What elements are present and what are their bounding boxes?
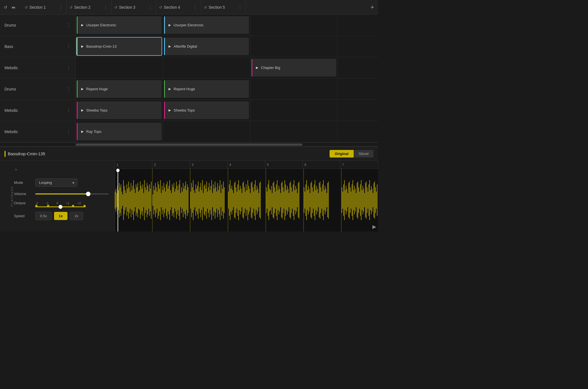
octave-dot-0 xyxy=(35,205,38,207)
clip-accent-track-5-s1 xyxy=(164,101,165,119)
view-toggle: Original Sliced xyxy=(330,150,374,158)
section-menu-s1[interactable]: ⋮ xyxy=(58,5,64,10)
scrollbar-thumb[interactable] xyxy=(76,143,302,146)
clip-block-track-1-s1[interactable]: ▶ Usurper Electronic xyxy=(164,16,249,34)
clip-block-track-4-s0[interactable]: ▶ Repent Huge xyxy=(77,80,162,98)
loop-button[interactable]: ↺ xyxy=(2,4,9,11)
clip-play-icon-track-6-s0: ▶ xyxy=(81,130,83,133)
bottom-title-text: Bassdrop-Cmin-135 xyxy=(8,151,45,156)
track-row-track-2: Bass ⋮ ▶ Bassdrop-Cmin-13 ▶ Afterlife Di… xyxy=(0,36,378,57)
track-label-track-5: Melodic ⋮ xyxy=(0,100,76,121)
track-menu-track-3[interactable]: ⋮ xyxy=(66,65,71,70)
clip-play-icon-track-2-s0: ▶ xyxy=(81,45,83,48)
volume-slider-track[interactable] xyxy=(35,193,109,194)
clip-play-icon-track-5-s1: ▶ xyxy=(169,108,171,112)
speed-row: Speed 0.5x 1x 2x xyxy=(14,212,109,220)
section-tab-s5[interactable]: ↺ Section 5 ⋮ xyxy=(201,0,246,15)
section-menu-s5[interactable]: ⋮ xyxy=(237,5,243,10)
clip-name-track-3-s2: Chapter Big xyxy=(261,66,280,70)
track-cells-track-1: ▶ Usurper Electronic ▶ Usurper Electroni… xyxy=(76,15,378,36)
track-label-track-2: Bass ⋮ xyxy=(0,36,76,57)
clip-accent-track-4-s1 xyxy=(164,80,165,98)
track-rows: Drums ⋮ ▶ Usurper Electronic ▶ Usurper E… xyxy=(0,15,378,142)
octave-val-plus1: +1 xyxy=(66,202,70,205)
speed-0.5x-button[interactable]: 0.5x xyxy=(35,212,52,220)
waveform-handle[interactable]: ▶ xyxy=(372,224,376,230)
collapse-button[interactable]: › xyxy=(14,165,18,173)
track-cell-track-3-s0 xyxy=(76,57,163,78)
octave-dot-4 xyxy=(83,205,86,207)
section-tab-s2[interactable]: ↺ Section 2 ⋮ xyxy=(67,0,111,15)
clip-block-track-2-s1[interactable]: ▶ Afterlife Digital xyxy=(164,38,249,55)
track-menu-track-4[interactable]: ⋮ xyxy=(66,86,71,92)
section-tab-s4[interactable]: ↺ Section 4 ⋮ xyxy=(156,0,201,15)
track-cells-track-5: ▶ Sheeba Tops ▶ Sheeba Tops xyxy=(76,100,378,121)
track-label-track-6: Melodic ⋮ xyxy=(0,121,76,142)
ruler-mark-2: 2 xyxy=(152,161,190,168)
clip-block-track-1-s0[interactable]: ▶ Usurper Electronic xyxy=(77,16,162,34)
track-name-track-2: Bass xyxy=(4,44,66,49)
track-cell-track-5-s0: ▶ Sheeba Tops xyxy=(76,100,163,121)
section-menu-s4[interactable]: ⋮ xyxy=(192,5,198,10)
section-menu-s3[interactable]: ⋮ xyxy=(148,5,153,10)
clip-block-track-6-s0[interactable]: ▶ Ray Tops xyxy=(77,123,162,140)
section-tab-s1[interactable]: ↺ Section 1 ⋮ xyxy=(22,0,67,15)
track-cells-track-2: ▶ Bassdrop-Cmin-13 ▶ Afterlife Digital xyxy=(76,36,378,57)
add-section-button[interactable]: + xyxy=(367,0,378,15)
track-cell-track-6-s1 xyxy=(163,121,250,142)
header-controls: ↺ ⏭ xyxy=(2,4,20,11)
track-menu-track-2[interactable]: ⋮ xyxy=(66,44,71,49)
track-menu-track-6[interactable]: ⋮ xyxy=(66,129,71,134)
track-cell-track-2-s0: ▶ Bassdrop-Cmin-13 xyxy=(76,36,163,57)
section-tabs: ↺ Section 1 ⋮ ↺ Section 2 ⋮ ↺ Section 3 … xyxy=(22,0,367,14)
clip-play-icon-track-4-s0: ▶ xyxy=(81,87,83,91)
tracks-container: Drums ⋮ ▶ Usurper Electronic ▶ Usurper E… xyxy=(0,15,378,146)
clip-block-track-5-s0[interactable]: ▶ Sheeba Tops xyxy=(77,101,162,119)
skip-forward-button[interactable]: ⏭ xyxy=(10,4,17,11)
track-row-track-1: Drums ⋮ ▶ Usurper Electronic ▶ Usurper E… xyxy=(0,15,378,36)
track-cell-track-1-s3 xyxy=(338,15,378,36)
view-sliced-button[interactable]: Sliced xyxy=(354,150,374,158)
clip-play-icon-track-1-s1: ▶ xyxy=(169,23,171,27)
ruler-mark-3: 3 xyxy=(190,161,228,168)
speed-2x-button[interactable]: 2x xyxy=(70,212,83,220)
track-menu-track-5[interactable]: ⋮ xyxy=(66,108,71,113)
bottom-panel: Bassdrop-Cmin-135 Original Sliced Playba… xyxy=(0,146,378,231)
clip-name-track-4-s1: Repent Huge xyxy=(174,87,195,91)
clip-block-track-4-s1[interactable]: ▶ Repent Huge xyxy=(164,80,249,98)
clip-accent-track-1-s0 xyxy=(77,16,78,34)
clip-block-track-5-s1[interactable]: ▶ Sheeba Tops xyxy=(164,101,249,119)
clip-play-icon-track-4-s1: ▶ xyxy=(169,87,171,91)
clip-play-icon-track-2-s1: ▶ xyxy=(169,45,171,48)
loop-icon-s2: ↺ xyxy=(69,5,73,10)
track-menu-track-1[interactable]: ⋮ xyxy=(66,22,71,28)
section-tab-s3[interactable]: ↺ Section 3 ⋮ xyxy=(111,0,156,15)
ruler-mark-4: 4 xyxy=(228,161,265,168)
volume-row: Volume xyxy=(14,192,109,196)
loop-icon-s3: ↺ xyxy=(114,5,117,10)
mode-select[interactable]: Looping One-shot Legato xyxy=(35,179,77,187)
clip-block-track-3-s2[interactable]: ▶ Chapter Big xyxy=(251,59,336,77)
clip-accent-track-3-s2 xyxy=(251,59,252,77)
waveform-ruler: 1234567 xyxy=(115,161,378,169)
track-row-track-5: Melodic ⋮ ▶ Sheeba Tops ▶ Sheeba Tops xyxy=(0,100,378,121)
loop-icon-s1: ↺ xyxy=(25,5,28,10)
playhead-top xyxy=(116,169,120,172)
bottom-title-area: Bassdrop-Cmin-135 xyxy=(4,151,45,157)
track-cell-track-2-s1: ▶ Afterlife Digital xyxy=(163,36,250,57)
octave-row: Octave -2 -1 0 +1 +2 xyxy=(14,201,109,207)
waveform-canvas[interactable]: ▶ xyxy=(115,169,378,231)
section-tab-label-s3: Section 3 xyxy=(119,5,146,10)
clip-block-track-2-s0[interactable]: ▶ Bassdrop-Cmin-13 xyxy=(77,38,162,55)
loop-icon-s5: ↺ xyxy=(204,5,207,10)
section-tab-label-s4: Section 4 xyxy=(164,5,191,10)
track-name-track-1: Drums xyxy=(4,23,66,27)
track-name-track-3: Melodic xyxy=(4,66,66,70)
loop-icon-s4: ↺ xyxy=(159,5,162,10)
clip-name-track-5-s1: Sheeba Tops xyxy=(174,108,195,112)
section-menu-s2[interactable]: ⋮ xyxy=(103,5,108,10)
volume-slider-thumb[interactable] xyxy=(86,192,90,196)
speed-1x-button[interactable]: 1x xyxy=(54,212,67,220)
clip-accent-track-2-s1 xyxy=(164,38,165,55)
view-original-button[interactable]: Original xyxy=(330,150,353,158)
